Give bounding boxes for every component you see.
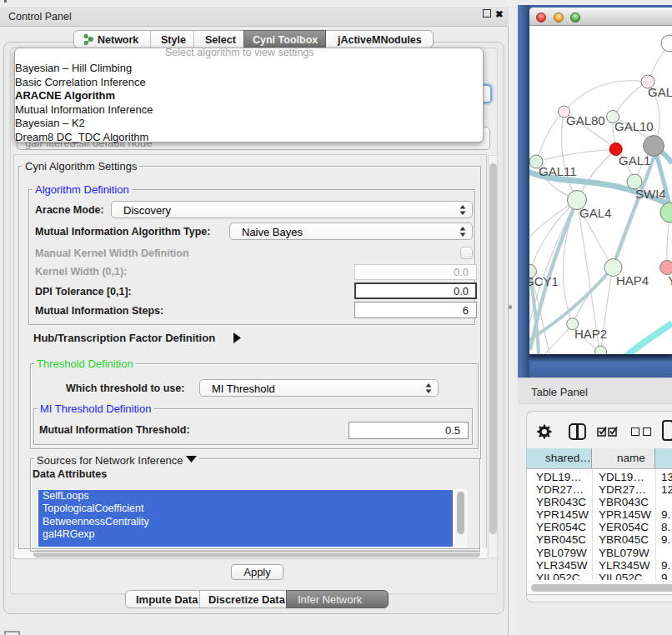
- svg-text:HAP4: HAP4: [616, 273, 649, 288]
- svg-text:Y: Y: [668, 273, 672, 288]
- svg-text:GAL10: GAL10: [614, 119, 654, 133]
- svg-text:GAL4: GAL4: [579, 206, 611, 220]
- svg-text:GAL80: GAL80: [566, 113, 605, 128]
- svg-text:SWI4: SWI4: [635, 187, 666, 201]
- svg-text:GCY1: GCY1: [529, 274, 559, 288]
- svg-text:GAL11: GAL11: [539, 164, 577, 178]
- svg-text:HAP2: HAP2: [574, 327, 607, 341]
- svg-text:GAL1: GAL1: [619, 153, 650, 168]
- svg-text:GAL7: GAL7: [648, 85, 672, 99]
